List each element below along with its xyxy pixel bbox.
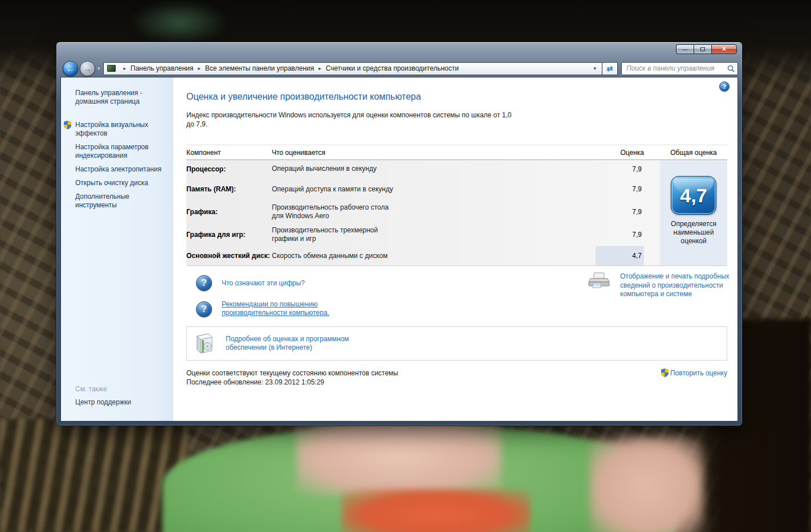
learn-more-link[interactable]: Подробнее об оценках и программном обесп… xyxy=(226,335,374,353)
header-base-score: Общая оценка xyxy=(660,149,727,157)
sidebar-item-action-center[interactable]: Центр поддержки xyxy=(75,398,131,406)
print-details-block: Отображение и печать подробных сведений … xyxy=(588,272,734,299)
window-content: Панель управления - домашняя страница На… xyxy=(60,77,738,421)
breadcrumb-item-control-panel[interactable]: Панель управления xyxy=(131,64,193,72)
close-icon: ✕ xyxy=(722,46,727,52)
component-name: Графика: xyxy=(186,208,272,216)
question-glyph: ? xyxy=(201,304,207,314)
performance-tips-link[interactable]: Рекомендации по повышению производительн… xyxy=(222,300,344,317)
maximize-icon xyxy=(700,47,705,51)
table-rows: Процессор: Операций вычисления в секунду… xyxy=(186,160,644,265)
help-icon: ? xyxy=(723,83,727,90)
search-box[interactable] xyxy=(621,62,738,75)
component-score: 7,9 xyxy=(596,200,644,223)
rerun-assessment-label: Повторить оценку xyxy=(670,369,727,377)
sidebar-item-power[interactable]: Настройка электропитания xyxy=(75,165,162,174)
component-description: Скорость обмена данными с диском xyxy=(272,252,394,260)
sidebar-item-visual-effects[interactable]: Настройка визуальных эффектов xyxy=(75,121,162,138)
print-details-link[interactable]: Отображение и печать подробных сведений … xyxy=(620,272,734,299)
table-row-graphics: Графика: Производительность рабочего сто… xyxy=(186,200,644,223)
component-description: Производительность трехмерной графики и … xyxy=(272,226,394,243)
child-arm xyxy=(590,436,704,532)
sidebar-item-advanced-tools[interactable]: Дополнительные инструменты xyxy=(75,193,162,210)
breadcrumb-separator-icon: ▸ xyxy=(198,66,201,71)
table-header: Компонент Что оценивается Оценка Общая о… xyxy=(186,145,727,160)
performance-table: Компонент Что оценивается Оценка Общая о… xyxy=(186,145,727,266)
main-panel: ? Оценка и увеличение производительности… xyxy=(173,77,737,421)
minimize-icon: — xyxy=(682,47,688,52)
navigation-toolbar: ← → ▾ ▸ Панель управления ▸ Все элементы… xyxy=(60,60,738,77)
help-link-row-2: ? Рекомендации по повышению производител… xyxy=(196,301,344,317)
recent-pages-chevron-icon[interactable]: ▾ xyxy=(97,66,100,71)
table-row-gaming-graphics: Графика для игр: Производительность трех… xyxy=(186,223,644,246)
sidebar-item-label: Настройка параметров индексирования xyxy=(75,143,149,159)
search-icon xyxy=(727,65,735,72)
sidebar-item-label: Дополнительные инструменты xyxy=(75,193,129,209)
breadcrumb-item-all-items[interactable]: Все элементы панели управления xyxy=(205,64,314,72)
refresh-icon: ⇄ xyxy=(607,64,613,73)
component-name: Графика для игр: xyxy=(186,231,272,239)
table-row-memory: Память (RAM): Операций доступа к памяти … xyxy=(186,178,644,200)
control-panel-icon xyxy=(107,65,116,72)
question-mark-icon: ? xyxy=(196,275,212,291)
control-panel-window: — ✕ ← → ▾ ▸ Панель управления ▸ Все элем… xyxy=(56,42,743,426)
status-line-1: Оценки соответствуют текущему состоянию … xyxy=(186,369,398,377)
forward-arrow-icon: → xyxy=(83,64,92,73)
what-numbers-mean-link[interactable]: Что означают эти цифры? xyxy=(222,279,305,287)
question-glyph: ? xyxy=(201,278,207,288)
maximize-button[interactable] xyxy=(694,44,711,54)
question-mark-icon: ? xyxy=(196,301,212,317)
component-score: 7,9 xyxy=(596,223,644,246)
background-green-patch xyxy=(131,0,228,46)
base-score-badge: 4,7 xyxy=(671,176,716,215)
see-also-heading: См. также xyxy=(75,385,131,393)
component-score: 7,9 xyxy=(596,178,644,200)
help-button[interactable]: ? xyxy=(719,81,730,92)
close-button[interactable]: ✕ xyxy=(711,44,737,54)
sidebar-item-label: Настройка электропитания xyxy=(75,165,161,173)
rerun-assessment-link[interactable]: Повторить оценку xyxy=(661,369,727,377)
header-subscore: Оценка xyxy=(596,149,644,157)
breadcrumb-item-performance[interactable]: Счетчики и средства производительности xyxy=(326,64,459,72)
breadcrumb-separator-icon: ▸ xyxy=(124,66,127,71)
sidebar: Панель управления - домашняя страница На… xyxy=(61,77,173,421)
search-input[interactable] xyxy=(626,64,727,72)
address-bar[interactable]: ▸ Панель управления ▸ Все элементы панел… xyxy=(103,62,602,75)
status-line-2: Последнее обновление: 23.09.2012 1:05:29 xyxy=(186,378,324,386)
learn-more-box: Подробнее об оценках и программном обесп… xyxy=(186,326,727,361)
sidebar-item-disk-cleanup[interactable]: Открыть очистку диска xyxy=(75,179,162,187)
refresh-button[interactable]: ⇄ xyxy=(602,62,618,75)
base-score-column: 4,7 Определяется наименьшей оценкой xyxy=(660,160,727,265)
header-what-is-rated: Что оценивается xyxy=(272,149,477,157)
uac-shield-icon xyxy=(64,121,71,132)
table-row-processor: Процессор: Операций вычисления в секунду… xyxy=(186,160,644,178)
component-description: Производительность рабочего стола для Wi… xyxy=(272,203,394,220)
component-name: Процессор: xyxy=(186,165,272,173)
window-controls: — ✕ xyxy=(676,44,737,54)
table-row-hard-disk: Основной жесткий диск: Скорость обмена д… xyxy=(186,246,644,265)
component-score: 4,7 xyxy=(596,246,644,265)
component-description: Операций доступа к памяти в секунду xyxy=(272,185,394,194)
software-box-icon xyxy=(194,333,214,354)
sidebar-task-list: Настройка визуальных эффектов Настройка … xyxy=(75,121,173,210)
sidebar-item-indexing[interactable]: Настройка параметров индексирования xyxy=(75,143,162,160)
component-name: Память (RAM): xyxy=(186,185,272,193)
breadcrumb-separator-icon: ▸ xyxy=(319,66,321,71)
help-link-row-1: ? Что означают эти цифры? xyxy=(196,275,305,291)
minimize-button[interactable]: — xyxy=(676,44,694,54)
shirt-orange-graphic xyxy=(342,489,530,532)
address-dropdown-icon[interactable]: ▾ xyxy=(591,66,598,71)
printer-icon xyxy=(588,272,610,289)
uac-shield-icon xyxy=(661,369,669,377)
sidebar-item-home[interactable]: Панель управления - домашняя страница xyxy=(75,89,161,106)
back-button[interactable]: ← xyxy=(63,61,78,76)
component-name: Основной жесткий диск: xyxy=(186,252,272,260)
table-body: Процессор: Операций вычисления в секунду… xyxy=(186,160,727,266)
sidebar-item-label: Настройка визуальных эффектов xyxy=(75,121,148,137)
base-score-value: 4,7 xyxy=(680,185,707,207)
page-title: Оценка и увеличение производительности к… xyxy=(186,92,421,102)
intro-text: Индекс производительности Windows исполь… xyxy=(186,111,520,129)
striped-fabric-left xyxy=(0,419,188,532)
component-description: Операций вычисления в секунду xyxy=(272,165,394,173)
forward-button[interactable]: → xyxy=(80,61,95,76)
